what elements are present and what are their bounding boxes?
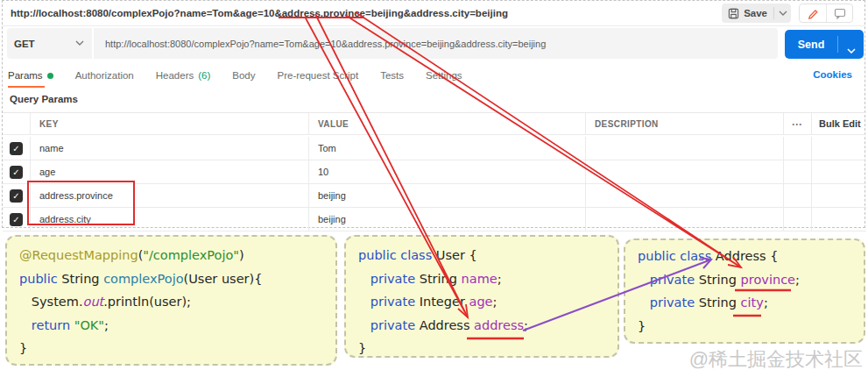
code-token: @RequestMapping (19, 248, 138, 262)
header-checkbox-cell (3, 113, 30, 135)
param-value[interactable]: beijing (308, 184, 585, 208)
tab-authorization[interactable]: Authorization (75, 62, 134, 89)
code-token: age (469, 295, 493, 309)
row-checkbox[interactable]: ✓ (10, 189, 23, 203)
row-spacer (783, 184, 811, 208)
code-line: public class Address { (638, 245, 864, 268)
tab-body[interactable]: Body (232, 62, 255, 89)
tab-body-label: Body (232, 63, 255, 88)
code-token: address (474, 318, 524, 332)
code-line: private String city; (638, 291, 864, 315)
code-token: return (19, 318, 74, 332)
code-line: System.out.println(user); (19, 290, 335, 314)
row-spacer (811, 137, 866, 160)
row-checkbox-cell: ✓ (3, 208, 30, 231)
column-header-description: DESCRIPTION (585, 113, 783, 135)
code-line: } (358, 337, 617, 360)
cookies-link[interactable]: Cookies (813, 62, 852, 89)
row-spacer (811, 184, 866, 208)
code-token: out (83, 295, 104, 309)
tab-pre-request-script[interactable]: Pre-request Script (278, 62, 359, 89)
request-title-url: http://localhost:8080/complexPojo?name=T… (11, 1, 508, 25)
column-header-value: VALUE (308, 113, 585, 135)
row-checkbox[interactable]: ✓ (10, 166, 23, 179)
tab-authorization-label: Authorization (75, 63, 134, 88)
url-input[interactable]: http://localhost:8080/complexPojo?name=T… (94, 28, 778, 59)
code-line: private String province; (638, 268, 864, 292)
save-chevron-down-icon[interactable] (779, 11, 787, 16)
code-token: private (358, 295, 420, 309)
code-token: ; (524, 318, 528, 332)
code-token: Integer (420, 295, 469, 309)
code-token: "OK" (74, 318, 104, 332)
code-token: public (19, 272, 61, 286)
param-key[interactable]: age (30, 160, 308, 184)
headers-count-badge: (6) (198, 63, 210, 88)
tab-headers-label: Headers (156, 63, 194, 88)
code-token: public class (358, 248, 436, 262)
save-button-label: Save (744, 8, 767, 18)
code-line: public String complexPojo(User user){ (19, 267, 335, 291)
tab-settings[interactable]: Settings (426, 62, 462, 89)
code-token: String (699, 295, 741, 310)
code-line: } (19, 337, 335, 360)
tab-settings-label: Settings (426, 63, 462, 88)
tab-params[interactable]: Params (8, 62, 53, 89)
send-chevron-down-icon[interactable] (838, 36, 864, 53)
request-tabs: Params Authorization Headers (6) Body Pr… (8, 62, 861, 89)
method-label: GET (14, 39, 35, 49)
code-token: } (358, 341, 366, 355)
code-token: private (358, 318, 420, 332)
code-token: (User user){ (184, 272, 263, 286)
code-token: private (638, 273, 699, 287)
row-spacer (811, 208, 866, 231)
param-key[interactable]: address.province (30, 184, 308, 208)
check-icon: ✓ (12, 144, 19, 153)
edit-button[interactable] (800, 4, 826, 22)
param-value[interactable]: Tom (308, 137, 585, 160)
code-token: Address (420, 318, 474, 332)
code-line: private Integer age; (358, 290, 617, 314)
row-checkbox[interactable]: ✓ (10, 142, 23, 155)
request-title-bar: http://localhost:8080/complexPojo?name=T… (3, 1, 864, 26)
code-token: ; (498, 272, 502, 286)
code-token: public class (638, 249, 716, 263)
code-token: province (741, 273, 795, 287)
method-select[interactable]: GET (7, 28, 92, 59)
url-input-value: http://localhost:8080/complexPojo?name=T… (105, 39, 546, 49)
edit-comment-toolbar (799, 4, 853, 23)
row-checkbox-cell: ✓ (3, 160, 30, 184)
param-description[interactable] (585, 160, 783, 184)
row-checkbox-cell: ✓ (3, 137, 30, 160)
param-description[interactable] (585, 137, 783, 160)
code-token: private (638, 295, 699, 310)
query-params-title: Query Params (10, 94, 78, 104)
row-spacer (783, 137, 811, 160)
param-value[interactable]: beijing (308, 208, 585, 231)
query-params-table: KEY VALUE DESCRIPTION ••• Bulk Edit ✓ na… (3, 112, 866, 231)
param-description[interactable] (585, 208, 783, 231)
tab-tests[interactable]: Tests (380, 62, 404, 89)
param-value[interactable]: 10 (308, 160, 585, 184)
param-key[interactable]: address.city (30, 208, 308, 231)
save-button[interactable]: Save (722, 4, 791, 23)
code-token: .println(user); (103, 295, 191, 309)
param-key[interactable]: name (30, 137, 308, 160)
code-token: } (19, 341, 27, 355)
tab-headers[interactable]: Headers (6) (156, 62, 211, 89)
code-token: Address { (716, 249, 779, 263)
send-button[interactable]: Send (785, 30, 864, 59)
comment-button[interactable] (826, 4, 852, 22)
more-actions-icon[interactable]: ••• (783, 113, 811, 135)
row-spacer (811, 160, 866, 184)
tab-params-label: Params (8, 63, 43, 88)
row-checkbox[interactable]: ✓ (10, 213, 23, 226)
bulk-edit-button[interactable]: Bulk Edit (811, 113, 866, 135)
code-token: System. (19, 295, 83, 309)
code-line: private String name; (358, 267, 617, 291)
save-divider (773, 7, 774, 19)
pencil-edit-icon (807, 7, 819, 19)
row-spacer (783, 160, 811, 184)
param-description[interactable] (585, 184, 783, 208)
code-token: "/complexPojo" (143, 248, 239, 262)
